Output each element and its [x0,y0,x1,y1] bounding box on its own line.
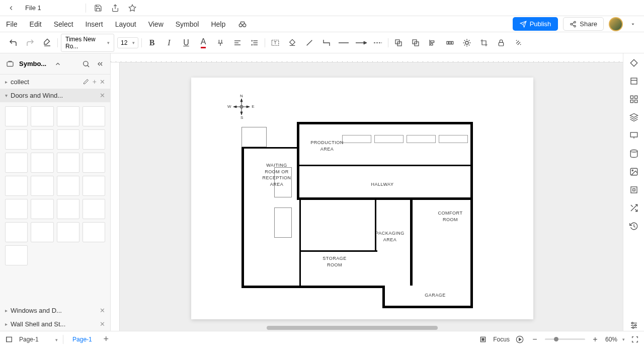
highlight-icon[interactable] [213,36,227,50]
symbol-item[interactable] [57,222,79,242]
font-select[interactable]: Times New Ro...▾ [61,34,114,52]
chevron-up-icon[interactable] [53,59,63,69]
play-icon[interactable] [515,334,525,344]
menu-view[interactable]: View [148,20,164,28]
symbol-item[interactable] [31,199,53,219]
symbol-item[interactable] [5,129,28,150]
avatar[interactable] [609,17,623,31]
symbol-item[interactable] [57,106,79,126]
grid-icon[interactable] [628,94,639,105]
italic-icon[interactable]: I [162,36,176,50]
close-icon[interactable]: ✕ [100,78,105,86]
effects-icon[interactable] [460,36,474,50]
settings-icon[interactable] [628,320,639,331]
line-color-icon[interactable] [302,36,316,50]
lib-wall[interactable]: ▸ Wall Shell and St... ✕ [0,317,110,331]
database-icon[interactable] [628,148,639,159]
presentation-icon[interactable] [628,130,639,141]
page-dropdown[interactable]: Page-1 ▾ [19,336,58,343]
align-left-icon[interactable] [426,36,440,50]
font-color-icon[interactable]: A [196,36,210,50]
save-icon[interactable] [93,3,103,13]
symbol-item[interactable] [83,199,105,219]
redo-icon[interactable] [23,36,37,50]
align-icon[interactable] [230,36,245,50]
menu-layout[interactable]: Layout [115,20,136,28]
collapse-icon[interactable] [95,59,105,69]
page-canvas[interactable]: N S E W [191,78,533,319]
plus-icon[interactable]: + [93,78,97,86]
fullscreen-icon[interactable] [630,334,640,344]
menu-help[interactable]: Help [211,20,225,28]
search-icon[interactable] [81,59,91,69]
symbol-item[interactable] [5,153,28,173]
symbol-item[interactable] [5,176,28,196]
fill-color-icon[interactable] [285,36,299,50]
symbol-item[interactable] [31,176,53,196]
publish-button[interactable]: Publish [513,17,558,31]
underline-icon[interactable]: U [179,36,193,50]
line-spacing-icon[interactable] [248,36,262,50]
bold-icon[interactable]: B [145,36,159,50]
crop-icon[interactable] [477,36,491,50]
format-painter-icon[interactable] [40,36,54,50]
focus-mode-icon[interactable] [478,334,488,344]
line-dash-icon[interactable] [371,36,385,50]
symbol-item[interactable] [5,245,28,265]
fill-bucket-icon[interactable] [628,57,639,68]
component-icon[interactable] [628,184,639,195]
close-icon[interactable]: ✕ [100,320,105,328]
bring-front-icon[interactable] [391,36,406,50]
binoculars-icon[interactable] [237,19,248,29]
symbol-item[interactable] [57,176,79,196]
lock-icon[interactable] [494,36,508,50]
symbol-item[interactable] [31,106,53,126]
symbol-item[interactable] [83,129,105,150]
horizontal-scrollbar[interactable] [267,326,613,331]
connector-icon[interactable] [319,36,334,50]
symbol-item[interactable] [83,222,105,242]
template-icon[interactable] [628,76,639,87]
zoom-slider[interactable] [545,338,585,340]
add-page-icon[interactable]: + [101,334,111,344]
layers-icon[interactable] [628,112,639,123]
menu-file[interactable]: File [6,20,18,28]
symbol-item[interactable] [31,222,53,242]
lib-collect[interactable]: ▸ collect + ✕ [0,75,110,89]
text-box-icon[interactable]: T [268,36,282,50]
floorplan[interactable]: N S E W [242,102,478,308]
lib-windows[interactable]: ▸ Windows and D... ✕ [0,304,110,317]
symbol-item[interactable] [57,199,79,219]
symbol-item[interactable] [5,106,28,126]
arrow-style-icon[interactable] [354,36,368,50]
symbol-item[interactable] [83,106,105,126]
avatar-dropdown-icon[interactable] [628,19,638,29]
page-tab[interactable]: Page-1 [68,336,96,343]
symbol-item[interactable] [31,153,53,173]
send-back-icon[interactable] [409,36,423,50]
shuffle-icon[interactable] [628,202,639,214]
share-button[interactable]: Share [563,17,604,31]
edit-icon[interactable] [83,78,90,85]
menu-symbol[interactable]: Symbol [176,20,199,28]
symbol-item[interactable] [5,199,28,219]
symbol-item[interactable] [31,129,53,150]
close-icon[interactable]: ✕ [100,307,105,314]
menu-insert[interactable]: Insert [86,20,103,28]
canvas[interactable]: N S E W [111,53,623,331]
font-size-select[interactable]: 12▾ [117,37,138,48]
undo-icon[interactable] [6,36,20,50]
star-icon[interactable] [127,3,137,13]
page-list-icon[interactable] [4,334,14,344]
symbol-item[interactable] [83,153,105,173]
symbol-item[interactable] [57,153,79,173]
symbol-item[interactable] [83,176,105,196]
tools-icon[interactable] [511,36,525,50]
image-icon[interactable] [628,166,639,177]
export-icon[interactable] [110,3,120,13]
close-icon[interactable]: ✕ [100,92,105,99]
back-icon[interactable] [6,3,16,13]
history-icon[interactable] [628,221,639,232]
zoom-in-icon[interactable]: + [590,334,600,344]
zoom-out-icon[interactable]: − [530,334,540,344]
